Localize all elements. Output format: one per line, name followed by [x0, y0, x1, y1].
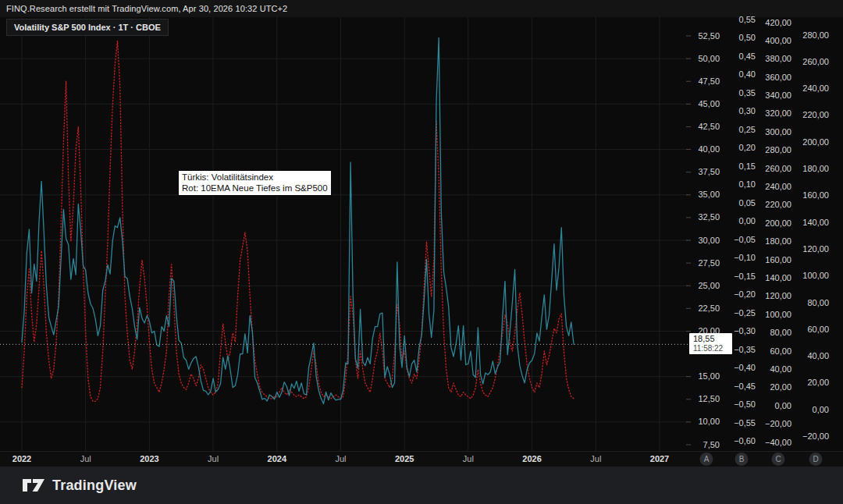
- y-axis-tick-c: 20,00: [770, 382, 791, 392]
- y-axis-tick-c: 120,00: [765, 291, 791, 301]
- symbol-legend[interactable]: Volatility S&P 500 Index · 1T · CBOE: [6, 19, 169, 36]
- y-axis-tick-c: −40,00: [765, 438, 791, 448]
- y-axis-tick-a: 40,00: [698, 144, 720, 154]
- watermark-text: FINQ.Research erstellt mit TradingView.c…: [6, 4, 287, 13]
- y-axis-tick-b: −0,35: [734, 345, 756, 355]
- y-axis-tick-d: 180,00: [802, 164, 829, 174]
- x-axis-tick: Jul: [80, 454, 91, 463]
- y-axis-tick-c: 80,00: [770, 328, 791, 338]
- y-axis-tick-d: 200,00: [802, 137, 829, 147]
- y-axis-tick-a: 15,00: [698, 371, 720, 382]
- y-axis-tick-b: 0,15: [739, 161, 756, 172]
- y-axis-tick-b: −0,45: [734, 382, 756, 392]
- x-axis-tick: Jul: [463, 454, 474, 463]
- x-axis-tick: Jul: [335, 454, 346, 463]
- y-axis-tick-c: 380,00: [765, 54, 791, 64]
- annotation-line-2: Rot: 10EMA Neue Tiefes im S&P500: [182, 183, 328, 193]
- chart-pane[interactable]: Volatility S&P 500 Index · 1T · CBOE Tür…: [0, 17, 843, 451]
- y-axis-tick-c: 340,00: [765, 91, 791, 101]
- y-axis-tick-c: 240,00: [765, 182, 791, 192]
- x-axis-tick: 2026: [522, 454, 541, 463]
- time-axis[interactable]: 2022Jul2023Jul2024Jul2025Jul2026Jul2027 …: [0, 451, 843, 467]
- y-axis-tick-a: 50,00: [698, 54, 720, 64]
- scale-button-a[interactable]: A: [700, 453, 713, 466]
- y-axis-tick-d: 20,00: [807, 378, 829, 388]
- y-axis-tick-d: 160,00: [802, 190, 829, 201]
- y-axis-tick-b: 0,05: [739, 198, 756, 208]
- y-axis-tick-c: 260,00: [765, 164, 791, 174]
- y-axis-tick-a: 37,50: [698, 167, 720, 177]
- y-axis-tick-c: 320,00: [765, 108, 791, 119]
- y-axis-tick-b: −0,05: [734, 235, 756, 245]
- y-axis-tick-c: 400,00: [765, 36, 791, 46]
- y-axis-tick-c: 140,00: [765, 273, 791, 283]
- watermark-bar: FINQ.Research erstellt mit TradingView.c…: [0, 0, 843, 17]
- y-axis-tick-b: 0,45: [739, 51, 756, 62]
- y-axis-tick-a: 45,00: [698, 99, 720, 109]
- y-axis-tick-c: 220,00: [765, 200, 791, 210]
- y-axis-tick-d: 220,00: [802, 110, 829, 120]
- tradingview-brand-text: TradingView: [52, 477, 137, 494]
- y-axis-tick-b: −0,10: [734, 253, 756, 263]
- last-price-value: 18,55: [693, 334, 732, 344]
- y-axis-tick-d: 140,00: [802, 218, 829, 228]
- y-axis-tick-b: −0,25: [734, 308, 756, 318]
- y-axis-tick-a: 35,00: [698, 190, 720, 200]
- y-axis-tick-b: −0,40: [734, 363, 756, 373]
- x-axis-tick: 2025: [395, 454, 414, 463]
- symbol-title: Volatility S&P 500 Index · 1T · CBOE: [14, 23, 161, 32]
- y-axis-tick-d: 240,00: [802, 83, 829, 94]
- y-axis-tick-a: 25,00: [698, 281, 720, 291]
- y-axis-tick-a: 47,50: [698, 76, 720, 87]
- y-axis-tick-c: 100,00: [765, 310, 791, 320]
- x-axis-tick: 2023: [140, 454, 158, 463]
- y-axis-tick-c: −20,00: [765, 419, 791, 429]
- tradingview-logo-icon: [22, 476, 45, 495]
- y-axis-tick-c: 160,00: [765, 255, 791, 265]
- annotation-line-1: Türkis: Volatilitätsindex: [182, 172, 328, 183]
- y-axis-tick-b: 0,40: [739, 69, 756, 80]
- annotation-note[interactable]: Türkis: Volatilitätsindex Rot: 10EMA Neu…: [178, 170, 332, 196]
- y-axis-tick-b: 0,10: [739, 179, 756, 190]
- y-axis-tick-a: 12,50: [698, 394, 720, 404]
- x-axis-tick: Jul: [590, 454, 601, 463]
- y-axis-tick-b: 0,55: [739, 15, 756, 25]
- y-axis-tick-c: 200,00: [765, 218, 791, 229]
- y-axis-tick-a: 27,50: [698, 258, 720, 268]
- y-axis-tick-a: 10,00: [698, 417, 720, 427]
- last-price-label: 18,55 11:58:22: [689, 333, 732, 354]
- y-axis-tick-a: 32,50: [698, 212, 720, 222]
- scale-button-b[interactable]: B: [735, 453, 749, 466]
- y-axis-tick-d: 100,00: [802, 271, 829, 281]
- y-axis-tick-b: 0,50: [739, 33, 756, 43]
- tradingview-app: FINQ.Research erstellt mit TradingView.c…: [0, 0, 843, 504]
- y-axis-tick-a: 52,50: [698, 31, 720, 41]
- y-axis-tick-c: 420,00: [765, 18, 791, 28]
- y-axis-tick-a: 30,00: [698, 236, 720, 246]
- y-axis-tick-a: 42,50: [698, 122, 720, 132]
- series-teal: [22, 37, 574, 403]
- y-axis-tick-b: 0,30: [739, 106, 756, 116]
- scale-button-c[interactable]: C: [772, 453, 785, 466]
- y-axis-tick-d: −20,00: [802, 431, 829, 442]
- series-red: [22, 41, 574, 401]
- scale-button-d[interactable]: D: [809, 453, 823, 466]
- y-axis-tick-b: 0,20: [739, 143, 756, 153]
- bar-countdown: 11:58:22: [693, 344, 732, 353]
- y-axis-tick-c: 300,00: [765, 127, 791, 137]
- y-axis-tick-b: −0,20: [734, 289, 756, 300]
- y-axis-tick-d: 80,00: [807, 298, 829, 308]
- y-axis-tick-d: 280,00: [802, 30, 829, 41]
- y-axis-tick-d: 0,00: [813, 405, 829, 415]
- y-axis-tick-c: 360,00: [765, 73, 791, 83]
- y-axis-tick-d: 60,00: [807, 325, 829, 335]
- tradingview-logo[interactable]: TradingView: [22, 476, 137, 495]
- x-axis-tick: 2027: [650, 454, 669, 463]
- y-axis-tick-c: 0,00: [775, 401, 791, 411]
- y-axis-tick-b: −0,15: [734, 272, 756, 282]
- x-axis-tick: Jul: [208, 454, 219, 463]
- y-axis-tick-c: 40,00: [770, 364, 791, 374]
- y-axis-tick-a: 22,50: [698, 303, 720, 314]
- x-axis-tick: 2024: [268, 454, 286, 463]
- y-axis-tick-b: −0,55: [734, 418, 756, 428]
